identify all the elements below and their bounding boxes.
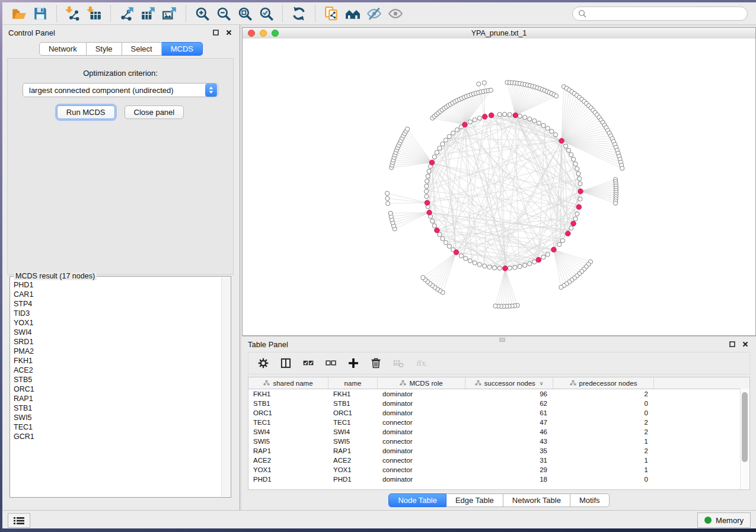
hide-selected-icon	[366, 6, 382, 21]
delete-table-button	[388, 354, 409, 372]
save-session-button[interactable]	[30, 5, 51, 23]
tab-node-table[interactable]: Node Table	[388, 493, 446, 507]
select-all-button[interactable]	[298, 354, 318, 372]
add-row-button[interactable]	[343, 354, 363, 372]
column-header-shared-name[interactable]: shared name	[248, 377, 328, 389]
mcds-result-item[interactable]: ORC1	[14, 384, 221, 394]
mcds-result-item[interactable]: SWI4	[14, 328, 221, 337]
main-toolbar	[2, 2, 756, 25]
tab-style[interactable]: Style	[87, 42, 122, 56]
network-graph[interactable]	[243, 39, 756, 335]
hide-selected-button[interactable]	[363, 5, 385, 23]
table-row[interactable]: ORC1ORC1dominator610	[248, 408, 749, 418]
mcds-result-item[interactable]: RAP1	[14, 394, 221, 403]
mcds-result-item[interactable]: YOX1	[14, 318, 221, 328]
delete-rows-button[interactable]	[366, 354, 386, 372]
tab-network-table[interactable]: Network Table	[503, 493, 570, 507]
mcds-list-scrollbar[interactable]	[221, 277, 230, 496]
columns-button[interactable]	[276, 354, 296, 372]
table-cell: dominator	[378, 476, 465, 483]
export-image-button[interactable]	[159, 5, 180, 23]
mcds-result-item[interactable]: PHD1	[14, 280, 221, 290]
mcds-result-item[interactable]: STB1	[14, 403, 221, 413]
table-row[interactable]: TEC1TEC1connector472	[248, 418, 749, 427]
run-mcds-button[interactable]: Run MCDS	[57, 105, 115, 119]
zoom-out-button[interactable]	[213, 5, 234, 23]
close-panel-icon[interactable]	[224, 28, 234, 37]
table-row[interactable]: SWI5SWI5connector431	[248, 437, 749, 446]
table-cell: 31	[465, 457, 553, 464]
table-row[interactable]: FKH1FKH1dominator962	[248, 389, 749, 399]
table-row[interactable]: ACE2ACE2connector311	[248, 456, 749, 465]
node-table: shared namenameMCDS rolesuccessor nodes∨…	[248, 377, 750, 490]
control-panel: Control Panel NetworkStyleSelectMCDS Opt…	[2, 25, 240, 510]
task-history-button[interactable]	[8, 513, 30, 528]
table-row[interactable]: PHD1PHD1dominator180	[248, 475, 749, 484]
panel-drag-handle[interactable]	[499, 338, 505, 342]
open-session-button[interactable]	[8, 5, 30, 23]
close-table-panel-icon[interactable]	[741, 339, 750, 349]
mcds-result-item[interactable]: PMA2	[14, 347, 221, 356]
table-cell: YOX1	[328, 466, 378, 473]
float-table-panel-icon[interactable]	[728, 339, 737, 349]
mcds-result-item[interactable]: SRD1	[14, 337, 221, 347]
zoom-in-button[interactable]	[192, 5, 213, 23]
mcds-result-item[interactable]: ACE2	[14, 366, 221, 375]
export-network-button[interactable]	[116, 5, 138, 23]
mcds-result-item[interactable]: STB5	[14, 375, 221, 384]
zoom-out-icon	[216, 6, 231, 21]
mcds-result-item[interactable]: GCR1	[14, 432, 221, 441]
mcds-result-item[interactable]: TEC1	[14, 422, 221, 432]
search-input[interactable]	[589, 9, 742, 18]
table-cell: ORC1	[328, 409, 378, 416]
tab-edge-table[interactable]: Edge Table	[446, 493, 503, 507]
column-header-MCDS-role[interactable]: MCDS role	[378, 377, 465, 389]
mcds-result-item[interactable]: CAR1	[14, 290, 221, 299]
show-all-button[interactable]	[385, 5, 406, 23]
deselect-all-button[interactable]	[321, 354, 341, 372]
table-cell: 46	[465, 428, 553, 435]
table-cell: dominator	[378, 428, 465, 435]
mcds-result-item[interactable]: STP4	[14, 299, 221, 309]
network-from-selection-button[interactable]	[321, 5, 342, 23]
table-cell: STB1	[328, 400, 378, 407]
column-header-successor-nodes[interactable]: successor nodes∨	[465, 377, 553, 389]
table-cell: YOX1	[248, 466, 328, 473]
network-canvas[interactable]	[243, 39, 755, 335]
export-table-button[interactable]	[138, 5, 159, 23]
column-header-name[interactable]: name	[328, 377, 378, 389]
table-row[interactable]: SWI4SWI4dominator462	[248, 427, 749, 437]
table-scrollbar-thumb[interactable]	[742, 392, 748, 462]
zoom-fit-button[interactable]	[234, 5, 256, 23]
float-panel-icon[interactable]	[211, 28, 221, 37]
settings-icon	[257, 357, 269, 369]
table-row[interactable]: STB1STB1dominator620	[248, 399, 749, 408]
table-cell: connector	[378, 419, 465, 426]
control-panel-tabs: NetworkStyleSelectMCDS	[2, 42, 240, 56]
search-box[interactable]	[572, 7, 748, 21]
table-cell: dominator	[378, 400, 465, 407]
first-neighbors-button[interactable]	[342, 5, 363, 23]
table-row[interactable]: YOX1YOX1connector291	[248, 465, 749, 475]
import-table-button[interactable]	[84, 5, 105, 23]
tab-select[interactable]: Select	[122, 42, 162, 56]
close-panel-button[interactable]: Close panel	[125, 105, 184, 119]
mcds-result-item[interactable]: SWI5	[14, 413, 221, 422]
optimization-label: Optimization criterion:	[8, 69, 233, 78]
toolbar-separator	[315, 5, 315, 22]
tab-mcds[interactable]: MCDS	[162, 42, 203, 56]
mcds-result-item[interactable]: TID3	[14, 309, 221, 318]
table-scrollbar[interactable]	[740, 389, 749, 489]
column-header-predecessor-nodes[interactable]: predecessor nodes	[553, 377, 654, 389]
optimization-dropdown[interactable]: largest connected component (undirected)	[23, 83, 218, 97]
memory-button[interactable]: Memory	[697, 512, 751, 528]
import-network-button[interactable]	[62, 5, 84, 23]
settings-button[interactable]	[253, 354, 273, 372]
apply-layout-button[interactable]	[288, 5, 310, 23]
table-row[interactable]: RAP1RAP1dominator352	[248, 446, 749, 456]
tab-network[interactable]: Network	[39, 42, 87, 56]
zoom-selected-button[interactable]	[256, 5, 277, 23]
mcds-result-list[interactable]: PHD1CAR1STP4TID3YOX1SWI4SRD1PMA2FKH1ACE2…	[11, 280, 221, 496]
mcds-result-item[interactable]: FKH1	[14, 356, 221, 366]
tab-motifs[interactable]: Motifs	[570, 493, 610, 507]
